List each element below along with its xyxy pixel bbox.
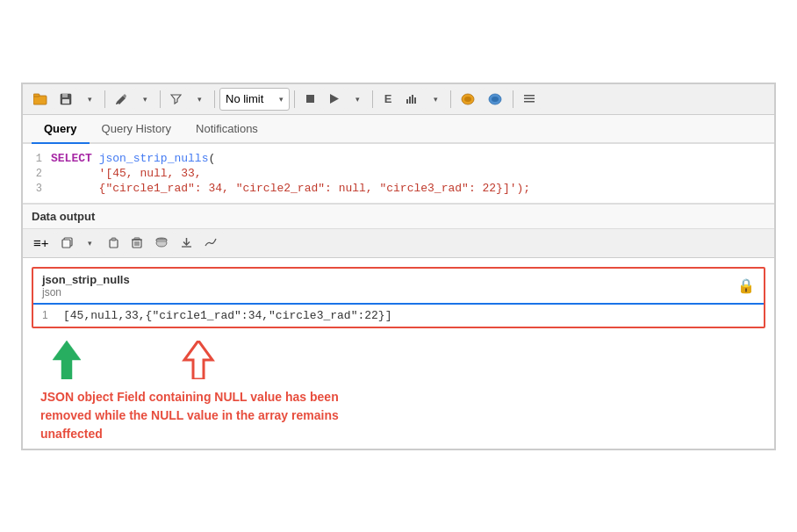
svg-rect-0 (33, 96, 47, 104)
toolbar: ▾ ▾ ▾ No limit ▾ ▾ E ▾ (23, 84, 774, 115)
separator-3 (214, 90, 215, 108)
commit-button[interactable] (456, 88, 481, 111)
column-header-info: json_strip_nulls json (42, 273, 130, 298)
sql-line-2: 2 '[45, null, 33, (23, 166, 774, 181)
svg-rect-27 (134, 238, 140, 240)
separator-1 (104, 90, 105, 108)
separator-2 (160, 90, 161, 108)
red-arrow (181, 341, 216, 379)
svg-rect-5 (306, 95, 314, 103)
main-container: ▾ ▾ ▾ No limit ▾ ▾ E ▾ (21, 83, 776, 450)
copy-button[interactable] (56, 232, 78, 255)
data-toolbar: ≡+ ▾ (23, 229, 774, 258)
separator-4 (294, 90, 295, 108)
db-button[interactable] (149, 232, 174, 255)
svg-marker-31 (184, 341, 212, 379)
tab-notifications[interactable]: Notifications (183, 115, 270, 144)
rollback-button[interactable] (483, 88, 508, 111)
sql-string-line3: {"circle1_rad": 34, "circle2_rad": null,… (51, 182, 530, 195)
table-row: 1 [45,null,33,{"circle1_rad":34,"circle3… (33, 305, 764, 327)
add-row-button[interactable]: ≡+ (28, 232, 54, 255)
svg-point-14 (492, 97, 499, 102)
delete-button[interactable] (126, 232, 147, 255)
results-area: json_strip_nulls json 🔒 1 [45,null,33,{"… (23, 258, 774, 337)
svg-rect-3 (62, 94, 68, 97)
svg-rect-16 (524, 98, 535, 100)
svg-rect-1 (33, 94, 39, 97)
sql-string-line2: '[45, null, 33, (51, 167, 202, 180)
analyze-chevron-button[interactable]: ▾ (425, 88, 446, 111)
sql-editor[interactable]: 1 SELECT json_strip_nulls( 2 '[45, null,… (23, 144, 774, 205)
svg-rect-8 (409, 97, 411, 104)
lock-icon: 🔒 (737, 277, 755, 294)
sql-function-name: json_strip_nulls (99, 152, 209, 165)
svg-rect-9 (412, 95, 413, 104)
explain-button[interactable]: E (377, 88, 398, 111)
dropdown-chevron: ▾ (279, 95, 284, 104)
stop-button[interactable] (299, 88, 321, 111)
svg-rect-17 (524, 101, 535, 103)
svg-rect-4 (62, 99, 69, 104)
save-button[interactable] (54, 88, 77, 111)
pencil-button[interactable] (110, 88, 133, 111)
separator-5 (372, 90, 373, 108)
svg-rect-21 (111, 238, 116, 241)
paste-button[interactable] (103, 232, 125, 255)
sql-line-1: 1 SELECT json_strip_nulls( (23, 151, 774, 166)
open-folder-button[interactable] (28, 88, 53, 111)
run-button[interactable] (323, 88, 345, 111)
table-header: json_strip_nulls json 🔒 (33, 269, 764, 305)
svg-rect-19 (62, 240, 70, 248)
chart-button[interactable] (199, 232, 224, 255)
run-chevron-button[interactable]: ▾ (347, 88, 368, 111)
annotation-text: JSON object Field containing NULL value … (40, 388, 757, 443)
filter-chevron-button[interactable]: ▾ (189, 88, 210, 111)
tab-query-history[interactable]: Query History (90, 115, 183, 144)
column-name: json_strip_nulls (42, 273, 130, 286)
no-limit-label: No limit (226, 92, 263, 105)
sql-keyword-select: SELECT (51, 152, 92, 165)
green-arrow (49, 341, 84, 379)
arrows-section: JSON object Field containing NULL value … (23, 337, 774, 449)
pencil-chevron-button[interactable]: ▾ (134, 88, 155, 111)
row-number: 1 (42, 309, 63, 321)
svg-marker-30 (53, 341, 81, 379)
column-type: json (42, 286, 130, 298)
arrows-row (40, 341, 757, 379)
separator-7 (513, 90, 513, 108)
save-chevron-button[interactable]: ▾ (79, 88, 100, 111)
svg-marker-6 (330, 94, 339, 104)
data-output-label: Data output (23, 205, 774, 229)
download-button[interactable] (176, 232, 197, 255)
row-value: [45,null,33,{"circle1_rad":34,"circle3_r… (63, 309, 391, 322)
filter-button[interactable] (165, 88, 187, 111)
svg-rect-7 (406, 99, 408, 104)
sql-line-3: 3 {"circle1_rad": 34, "circle2_rad": nul… (23, 181, 774, 196)
svg-rect-15 (524, 95, 535, 97)
separator-6 (450, 90, 451, 108)
menu-button[interactable] (518, 88, 541, 111)
tabs-bar: Query Query History Notifications (23, 115, 774, 144)
svg-rect-10 (414, 97, 416, 104)
analyze-button[interactable] (400, 88, 423, 111)
copy-chevron-button[interactable]: ▾ (80, 232, 101, 255)
result-table: json_strip_nulls json 🔒 1 [45,null,33,{"… (32, 267, 765, 328)
svg-point-12 (464, 97, 471, 102)
tab-query[interactable]: Query (32, 115, 90, 144)
no-limit-dropdown[interactable]: No limit ▾ (219, 88, 290, 111)
